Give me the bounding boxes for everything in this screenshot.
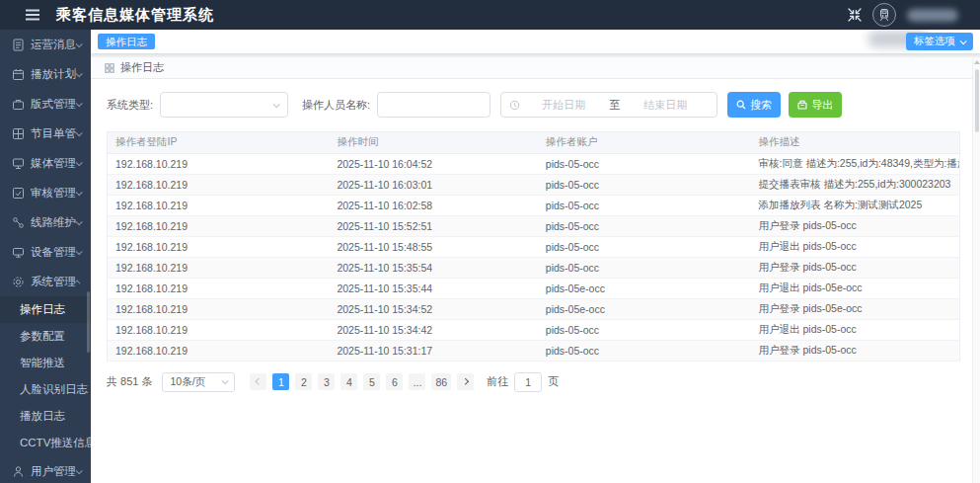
cell-time: 2025-11-10 15:34:42 — [329, 319, 537, 340]
sidebar-subitem[interactable]: 人脸识别日志 — [0, 376, 91, 403]
sidebar-item-label: 播放计划 — [31, 67, 76, 82]
column-header-time: 操作时间 — [329, 132, 537, 153]
page-button[interactable]: 86 — [431, 373, 451, 390]
page-button[interactable]: 1 — [272, 373, 289, 390]
cell-desc: 提交播表审核 描述为:255,id为:300023203 — [751, 174, 959, 195]
page-size-select[interactable]: 10条/页 — [162, 372, 235, 392]
page-button[interactable]: 6 — [386, 373, 403, 390]
system-type-select[interactable] — [160, 92, 288, 118]
table-row: 192.168.10.219 2025-11-10 15:31:17 pids-… — [108, 340, 959, 361]
chevron-down-icon — [222, 377, 229, 384]
table-row: 192.168.10.219 2025-11-10 16:03:01 pids-… — [108, 174, 959, 195]
cell-account: pids-05-occ — [538, 319, 751, 340]
export-button-label: 导出 — [811, 98, 833, 113]
next-page-button[interactable] — [457, 373, 474, 390]
sidebar-item-system-mgmt[interactable]: 系统管理 — [0, 267, 91, 296]
fullscreen-toggle-icon[interactable] — [848, 8, 862, 22]
cell-ip: 192.168.10.219 — [108, 278, 329, 298]
sidebar-item-program-mgmt[interactable]: 节目单管理 — [0, 119, 91, 148]
sidebar-subitem[interactable]: CCTV推送信息 — [0, 430, 91, 456]
cell-ip: 192.168.10.219 — [108, 340, 329, 361]
cell-desc: 用户退出 pids-05-occ — [751, 236, 959, 257]
cell-time: 2025-11-10 15:52:51 — [329, 215, 537, 236]
table-row: 192.168.10.219 2025-11-10 16:02:58 pids-… — [108, 195, 959, 215]
search-icon — [736, 100, 746, 110]
app-title: 乘客信息媒体管理系统 — [56, 6, 214, 25]
cell-account: pids-05-occ — [538, 257, 751, 278]
sidebar-item-media-mgmt[interactable]: 媒体管理 — [0, 148, 91, 178]
cell-desc: 添加播放列表 名称为:测试测试2025 — [751, 195, 959, 215]
sidebar-subitem[interactable]: 操作日志 — [0, 296, 91, 323]
sidebar-item-label: 系统管理 — [31, 275, 76, 289]
cell-time: 2025-11-10 16:02:58 — [329, 195, 537, 215]
cell-ip: 192.168.10.219 — [108, 236, 329, 257]
cell-time: 2025-11-10 15:48:55 — [329, 236, 537, 257]
sidebar-item-line-maintenance[interactable]: 线路维护 — [0, 207, 91, 237]
sidebar-item-device-mgmt[interactable]: 设备管理 — [0, 237, 91, 267]
tab-operation-log[interactable]: 操作日志 — [98, 34, 155, 49]
end-date-placeholder: 结束日期 — [622, 98, 709, 113]
sidebar-item-label: 设备管理 — [31, 245, 76, 260]
sidebar-item-user-mgmt[interactable]: 用户管理 — [0, 456, 91, 483]
search-button[interactable]: 搜索 — [727, 92, 781, 118]
sidebar-item-operation-message[interactable]: 运营消息 — [0, 30, 91, 59]
sidebar-item-play-plan[interactable]: 播放计划 — [0, 59, 91, 89]
cell-ip: 192.168.10.219 — [108, 174, 329, 195]
table-row: 192.168.10.219 2025-11-10 15:52:51 pids-… — [108, 215, 959, 236]
sidebar-item-audit-mgmt[interactable]: 审核管理 — [0, 178, 91, 207]
date-range-picker[interactable]: 开始日期 至 结束日期 — [500, 92, 717, 118]
table-row: 192.168.10.219 2025-11-10 15:34:42 pids-… — [108, 319, 959, 340]
monitor-icon — [12, 246, 25, 259]
sidebar-item-label: 审核管理 — [31, 186, 76, 201]
clock-icon — [509, 100, 520, 111]
chevron-down-icon — [273, 101, 280, 108]
route-icon — [12, 216, 25, 229]
column-header-desc: 操作描述 — [751, 132, 959, 153]
sidebar-subitem[interactable]: 智能推送 — [0, 350, 91, 376]
export-button[interactable]: 导出 — [789, 92, 842, 118]
cell-ip: 192.168.10.219 — [108, 319, 329, 340]
main-panel: 操作日志 系统类型: 操作人员名称: 开始日期 至 结束日期 — [91, 57, 980, 483]
system-type-label: 系统类型: — [107, 98, 153, 113]
scrollbar-up-arrow[interactable] — [974, 60, 980, 64]
page-button[interactable]: 2 — [295, 373, 312, 390]
log-table: 操作者登陆IP 操作时间 操作者账户 操作描述 192.168.10.219 2… — [107, 131, 960, 362]
page-button[interactable]: 5 — [363, 373, 380, 390]
page-title: 操作日志 — [120, 60, 164, 75]
prev-page-button[interactable] — [250, 373, 266, 390]
sidebar-item-label: 版式管理 — [31, 97, 76, 112]
cell-desc: 用户退出 pids-05e-occ — [751, 278, 959, 298]
cell-desc: 用户退出 pids-05-occ — [751, 319, 959, 340]
cell-account: pids-05-occ — [538, 174, 751, 195]
user-avatar[interactable] — [872, 3, 896, 27]
user-icon — [12, 465, 25, 478]
date-separator: 至 — [607, 98, 622, 113]
scrollbar-thumb[interactable] — [975, 69, 979, 132]
vertical-scrollbar[interactable] — [972, 57, 980, 483]
cell-ip: 192.168.10.219 — [108, 195, 329, 215]
cell-time: 2025-11-10 16:04:52 — [329, 153, 537, 174]
sidebar-subitem[interactable]: 参数配置 — [0, 323, 91, 350]
cell-account: pids-05e-occ — [538, 278, 751, 298]
hamburger-menu-icon[interactable] — [26, 9, 39, 21]
cell-ip: 192.168.10.219 — [108, 298, 329, 319]
tab-options-button[interactable]: 标签选项 — [906, 33, 973, 50]
sidebar-item-layout-mgmt[interactable]: 版式管理 — [0, 89, 91, 119]
sidebar-subitem[interactable]: 播放日志 — [0, 403, 91, 430]
content-area: 操作日志 标签选项 操作日志 系统类型: 操作人员名称: — [91, 30, 980, 483]
page-button[interactable]: 3 — [318, 373, 335, 390]
train-icon — [877, 8, 891, 22]
table-row: 192.168.10.219 2025-11-10 15:35:44 pids-… — [108, 278, 959, 298]
cell-ip: 192.168.10.219 — [108, 257, 329, 278]
table-row: 192.168.10.219 2025-11-10 16:04:52 pids-… — [108, 153, 959, 174]
page-button[interactable]: ... — [409, 373, 425, 390]
operator-name-input[interactable] — [377, 92, 490, 118]
chevron-down-icon — [76, 100, 83, 107]
goto-page-input[interactable] — [514, 372, 542, 392]
page-button[interactable]: 4 — [340, 373, 357, 390]
chevron-down-icon — [76, 129, 83, 136]
sidebar-scrollbar-thumb[interactable] — [87, 291, 90, 353]
chevron-down-icon — [76, 467, 83, 474]
chevron-down-icon — [76, 70, 83, 77]
breadcrumb: 操作日志 — [91, 57, 980, 79]
